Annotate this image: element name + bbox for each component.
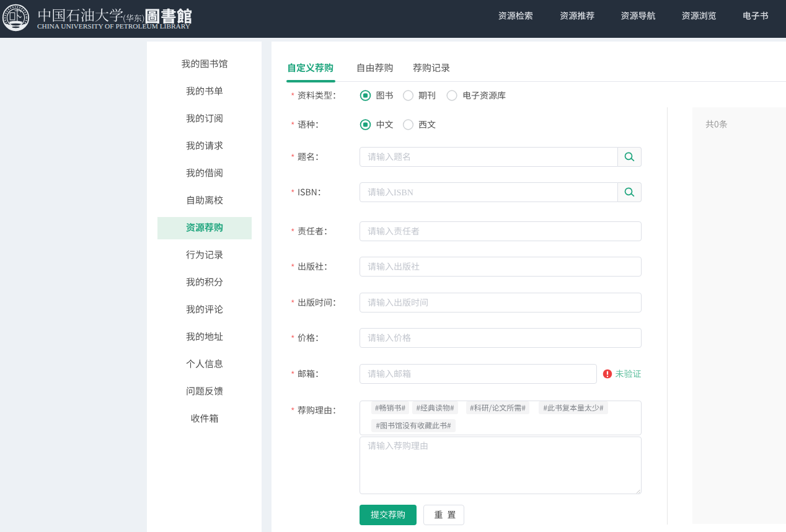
svg-text:CHINA UNIVERSITY OF PETROLEUM: CHINA UNIVERSITY OF PETROLEUM LIBRARY bbox=[37, 22, 190, 30]
